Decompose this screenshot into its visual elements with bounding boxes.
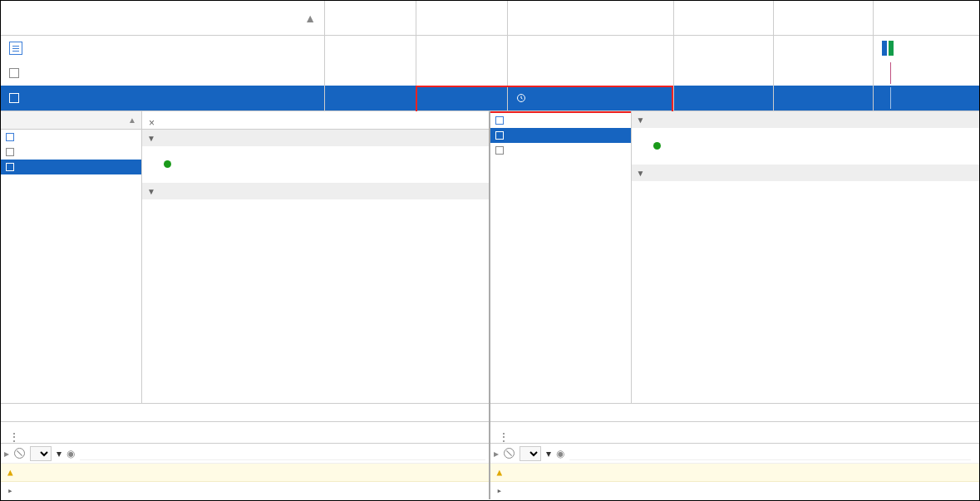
network-row[interactable] xyxy=(1,36,979,61)
initiator-link[interactable] xyxy=(508,61,674,86)
mini-list-item-selected[interactable] xyxy=(490,128,631,143)
column-header-initiator[interactable] xyxy=(508,1,674,35)
file-icon xyxy=(495,146,504,155)
file-icon xyxy=(495,131,504,140)
collapse-icon: ▼ xyxy=(147,134,155,143)
waterfall-bar xyxy=(882,41,887,56)
expand-icon[interactable]: ▸ xyxy=(7,485,13,496)
file-icon xyxy=(9,93,19,103)
section-response-headers[interactable]: ▼ xyxy=(632,165,980,181)
clear-console-button[interactable] xyxy=(504,448,515,459)
document-icon xyxy=(6,133,14,141)
warning-icon: ▲ xyxy=(7,467,13,478)
collapse-icon: ▼ xyxy=(637,115,645,125)
document-icon xyxy=(9,42,22,55)
section-general[interactable]: ▼ xyxy=(142,130,489,146)
collapse-icon: ▼ xyxy=(147,187,155,196)
column-header-name[interactable]: ▲ xyxy=(1,1,325,35)
console-warning: ▲ xyxy=(1,464,489,482)
file-icon xyxy=(6,148,14,156)
section-general[interactable]: ▼ xyxy=(632,111,980,128)
close-button[interactable]: × xyxy=(145,117,158,129)
mini-list-item[interactable] xyxy=(1,130,141,145)
expand-icon[interactable]: ▸ xyxy=(497,485,503,496)
collapse-icon: ▼ xyxy=(637,169,645,178)
preflight-icon xyxy=(516,93,526,103)
waterfall-marker xyxy=(890,87,891,109)
clear-console-button[interactable] xyxy=(14,448,25,459)
console-sidebar-toggle[interactable]: ▸ xyxy=(4,448,9,459)
status-ok-icon xyxy=(164,160,171,168)
mini-list-item-selected[interactable] xyxy=(1,160,141,174)
file-icon xyxy=(6,163,14,171)
context-select[interactable] xyxy=(520,446,541,461)
console-filter-input[interactable] xyxy=(80,446,485,460)
live-expression-button[interactable]: ◉ xyxy=(556,448,564,459)
network-row[interactable] xyxy=(1,61,979,86)
warning-icon: ▲ xyxy=(497,467,503,478)
document-icon xyxy=(495,116,504,125)
sort-asc-icon: ▲ xyxy=(304,12,316,25)
mini-list-item[interactable] xyxy=(490,143,631,158)
mini-column-header[interactable]: ▲ xyxy=(1,111,141,130)
live-expression-button[interactable]: ◉ xyxy=(66,448,75,459)
console-filter-input[interactable] xyxy=(569,446,972,460)
more-tabs-button[interactable]: ⋮ xyxy=(495,431,512,443)
console-log[interactable]: ▸ xyxy=(490,482,980,499)
column-header-time[interactable] xyxy=(774,1,874,35)
console-warning: ▲ xyxy=(490,464,980,482)
column-header-waterfall[interactable] xyxy=(874,1,979,35)
network-row-selected[interactable] xyxy=(1,86,979,111)
file-icon xyxy=(9,68,19,78)
column-header-size[interactable] xyxy=(674,1,774,35)
mini-list-item[interactable] xyxy=(490,113,631,128)
context-select[interactable] xyxy=(30,446,52,461)
status-ok-icon xyxy=(653,142,661,150)
console-sidebar-toggle[interactable]: ▸ xyxy=(494,448,499,459)
column-header-type[interactable] xyxy=(416,1,508,35)
section-response-headers[interactable]: ▼ xyxy=(142,183,489,199)
waterfall-marker xyxy=(890,62,891,84)
column-header-status[interactable] xyxy=(325,1,416,35)
more-tabs-button[interactable]: ⋮ xyxy=(6,431,22,443)
console-log[interactable]: ▸ xyxy=(1,482,489,499)
mini-list-item[interactable] xyxy=(1,145,141,160)
waterfall-bar xyxy=(889,41,894,56)
sort-asc-icon: ▲ xyxy=(128,115,136,125)
